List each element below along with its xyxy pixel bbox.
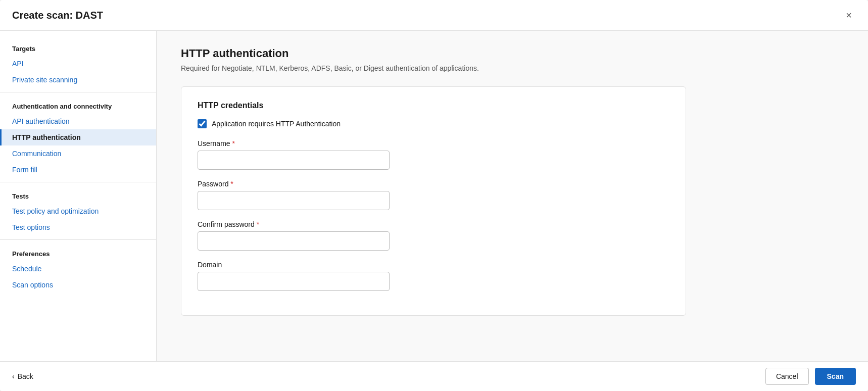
sidebar-item-http-authentication[interactable]: HTTP authentication bbox=[0, 129, 156, 145]
modal-body: Targets API Private site scanning Authen… bbox=[0, 31, 868, 361]
sidebar: Targets API Private site scanning Authen… bbox=[0, 31, 157, 361]
sidebar-section-targets: Targets bbox=[0, 39, 156, 56]
card-section-title: HTTP credentials bbox=[198, 101, 669, 110]
page-description: Required for Negotiate, NTLM, Kerberos, … bbox=[181, 64, 844, 72]
confirm-password-required: * bbox=[257, 220, 259, 228]
password-field: Password * bbox=[198, 180, 669, 210]
username-label: Username * bbox=[198, 139, 669, 148]
sidebar-item-communication[interactable]: Communication bbox=[0, 145, 156, 162]
sidebar-item-form-fill[interactable]: Form fill bbox=[0, 162, 156, 178]
sidebar-item-test-policy[interactable]: Test policy and optimization bbox=[0, 203, 156, 219]
username-field: Username * bbox=[198, 139, 669, 170]
http-credentials-card: HTTP credentials Application requires HT… bbox=[181, 86, 686, 316]
sidebar-section-auth: Authentication and connectivity bbox=[0, 96, 156, 113]
http-auth-checkbox-row: Application requires HTTP Authentication bbox=[198, 119, 669, 128]
domain-field: Domain bbox=[198, 261, 669, 291]
close-button[interactable]: × bbox=[842, 8, 856, 22]
back-chevron-icon: ‹ bbox=[12, 372, 15, 380]
confirm-password-field: Confirm password * bbox=[198, 220, 669, 251]
footer-actions: Cancel Scan bbox=[765, 368, 856, 385]
username-input[interactable] bbox=[198, 151, 390, 170]
sidebar-divider-3 bbox=[0, 239, 156, 240]
cancel-button[interactable]: Cancel bbox=[765, 368, 809, 385]
modal-header: Create scan: DAST × bbox=[0, 0, 868, 31]
http-auth-checkbox[interactable] bbox=[198, 119, 207, 128]
modal-footer: ‹ Back Cancel Scan bbox=[0, 361, 868, 391]
main-content: HTTP authentication Required for Negotia… bbox=[157, 31, 868, 361]
sidebar-item-private-site-scanning[interactable]: Private site scanning bbox=[0, 72, 156, 88]
sidebar-item-schedule[interactable]: Schedule bbox=[0, 261, 156, 277]
username-required: * bbox=[232, 139, 234, 148]
sidebar-section-tests: Tests bbox=[0, 186, 156, 203]
sidebar-divider-1 bbox=[0, 92, 156, 92]
sidebar-item-api[interactable]: API bbox=[0, 56, 156, 72]
sidebar-divider-2 bbox=[0, 182, 156, 182]
sidebar-item-scan-options[interactable]: Scan options bbox=[0, 277, 156, 293]
back-label: Back bbox=[18, 372, 33, 380]
create-scan-modal: Create scan: DAST × Targets API Private … bbox=[0, 0, 868, 391]
confirm-password-input[interactable] bbox=[198, 231, 390, 251]
password-required: * bbox=[230, 180, 233, 188]
page-title: HTTP authentication bbox=[181, 47, 844, 60]
password-input[interactable] bbox=[198, 191, 390, 210]
back-button[interactable]: ‹ Back bbox=[12, 372, 33, 380]
scan-button[interactable]: Scan bbox=[815, 368, 856, 385]
sidebar-item-api-authentication[interactable]: API authentication bbox=[0, 113, 156, 129]
sidebar-item-test-options[interactable]: Test options bbox=[0, 219, 156, 235]
domain-input[interactable] bbox=[198, 272, 390, 291]
confirm-password-label: Confirm password * bbox=[198, 220, 669, 228]
password-label: Password * bbox=[198, 180, 669, 188]
domain-label: Domain bbox=[198, 261, 669, 269]
sidebar-section-preferences: Preferences bbox=[0, 244, 156, 261]
http-auth-checkbox-label: Application requires HTTP Authentication bbox=[212, 120, 341, 128]
modal-title: Create scan: DAST bbox=[12, 10, 103, 21]
